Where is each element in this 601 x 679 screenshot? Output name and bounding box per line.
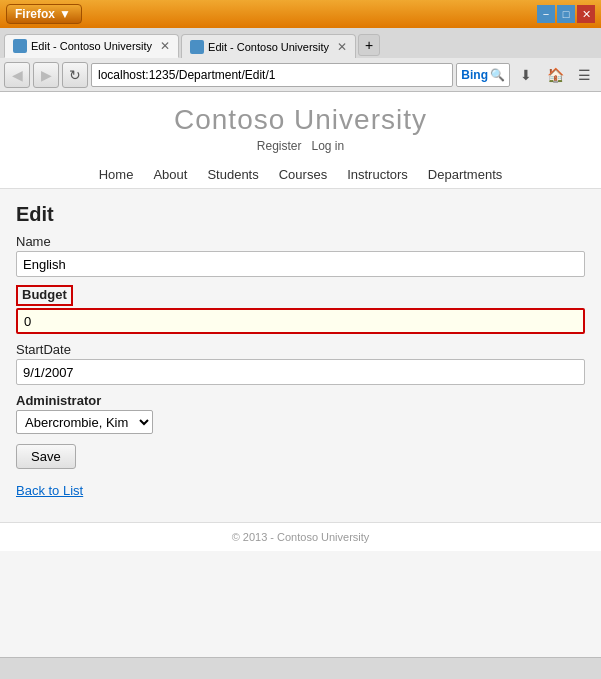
nav-students[interactable]: Students bbox=[197, 167, 268, 182]
address-input[interactable] bbox=[91, 63, 453, 87]
tab-1-title: Edit - Contoso University bbox=[31, 40, 152, 52]
title-bar: Firefox ▼ − □ ✕ bbox=[0, 0, 601, 28]
budget-input[interactable] bbox=[16, 308, 585, 334]
auth-links: Register Log in bbox=[0, 139, 601, 153]
form-title: Edit bbox=[16, 203, 585, 226]
tab-2-title: Edit - Contoso University bbox=[208, 41, 329, 53]
bing-logo: Bing bbox=[461, 68, 488, 82]
nav-about[interactable]: About bbox=[143, 167, 197, 182]
budget-label: Budget bbox=[22, 287, 67, 302]
search-icon: 🔍 bbox=[490, 68, 505, 82]
site-header: Contoso University Register Log in Home … bbox=[0, 92, 601, 189]
name-input[interactable] bbox=[16, 251, 585, 277]
firefox-label: Firefox bbox=[15, 7, 55, 21]
firefox-arrow: ▼ bbox=[59, 7, 71, 21]
nav-instructors[interactable]: Instructors bbox=[337, 167, 418, 182]
footer-text: © 2013 - Contoso University bbox=[232, 531, 370, 543]
login-link[interactable]: Log in bbox=[312, 139, 345, 153]
close-button[interactable]: ✕ bbox=[577, 5, 595, 23]
window-controls: − □ ✕ bbox=[537, 5, 595, 23]
tab-1-close[interactable]: ✕ bbox=[160, 39, 170, 53]
start-date-input[interactable] bbox=[16, 359, 585, 385]
forward-button[interactable]: ▶ bbox=[33, 62, 59, 88]
download-button[interactable]: ⬇ bbox=[513, 62, 539, 88]
firefox-menu-button[interactable]: Firefox ▼ bbox=[6, 4, 82, 24]
tab-2[interactable]: Edit - Contoso University ✕ bbox=[181, 34, 356, 58]
status-bar bbox=[0, 657, 601, 679]
nav-home[interactable]: Home bbox=[89, 167, 144, 182]
nav-departments[interactable]: Departments bbox=[418, 167, 512, 182]
tab-2-favicon bbox=[190, 40, 204, 54]
tab-2-close[interactable]: ✕ bbox=[337, 40, 347, 54]
administrator-select[interactable]: Abercrombie, Kim Alexander, Carson Fakho… bbox=[16, 410, 153, 434]
site-title: Contoso University bbox=[0, 104, 601, 136]
reload-button[interactable]: ↻ bbox=[62, 62, 88, 88]
menu-button[interactable]: ☰ bbox=[571, 62, 597, 88]
budget-wrapper bbox=[16, 308, 585, 334]
administrator-label: Administrator bbox=[16, 393, 585, 408]
address-bar: ◀ ▶ ↻ Bing 🔍 ⬇ 🏠 ☰ bbox=[0, 58, 601, 92]
new-tab-button[interactable]: + bbox=[358, 34, 380, 56]
tab-1[interactable]: Edit - Contoso University ✕ bbox=[4, 34, 179, 58]
home-button[interactable]: 🏠 bbox=[542, 62, 568, 88]
page-content: Contoso University Register Log in Home … bbox=[0, 92, 601, 657]
start-date-label: StartDate bbox=[16, 342, 585, 357]
minimize-button[interactable]: − bbox=[537, 5, 555, 23]
budget-label-box: Budget bbox=[16, 285, 73, 306]
register-link[interactable]: Register bbox=[257, 139, 302, 153]
edit-form-container: Edit Name Budget StartDate Administrator… bbox=[0, 189, 601, 512]
main-nav: Home About Students Courses Instructors … bbox=[0, 161, 601, 188]
save-button[interactable]: Save bbox=[16, 444, 76, 469]
site-footer: © 2013 - Contoso University bbox=[0, 522, 601, 551]
back-to-list-link[interactable]: Back to List bbox=[16, 483, 83, 498]
maximize-button[interactable]: □ bbox=[557, 5, 575, 23]
name-label: Name bbox=[16, 234, 585, 249]
budget-label-wrapper: Budget bbox=[16, 285, 585, 308]
tab-1-favicon bbox=[13, 39, 27, 53]
bing-search-box[interactable]: Bing 🔍 bbox=[456, 63, 510, 87]
back-button[interactable]: ◀ bbox=[4, 62, 30, 88]
nav-courses[interactable]: Courses bbox=[269, 167, 337, 182]
tab-bar: Edit - Contoso University ✕ Edit - Conto… bbox=[0, 28, 601, 58]
